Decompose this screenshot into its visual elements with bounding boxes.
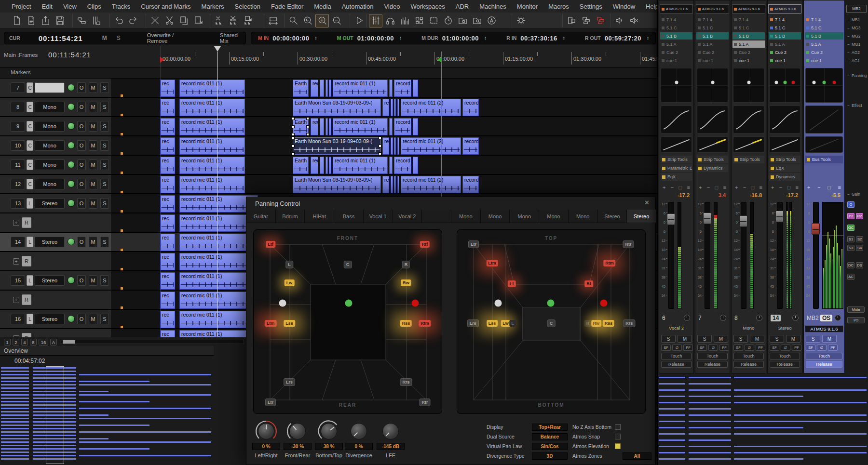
rail-item-mg2[interactable]: −MG2 bbox=[847, 34, 860, 39]
channel-solo-button[interactable]: S bbox=[697, 335, 712, 343]
audio-clip[interactable]: record mic 011 (2) bbox=[462, 99, 479, 116]
track-header[interactable]: 16LStereoOMS bbox=[0, 310, 111, 328]
footer-icon-0[interactable]: + bbox=[663, 185, 665, 190]
monitor-icon[interactable] bbox=[383, 14, 397, 27]
menu-item-edit[interactable]: Edit bbox=[37, 3, 57, 10]
speaker-ltm[interactable]: Ltm bbox=[486, 260, 498, 266]
footer-icon-0[interactable]: + bbox=[807, 185, 810, 190]
settings-gear-icon[interactable] bbox=[514, 14, 528, 27]
clip-selection-handle[interactable] bbox=[292, 117, 295, 120]
audio-clip[interactable] bbox=[397, 176, 399, 193]
bus-row-5-1-c[interactable]: 5.1 C bbox=[805, 24, 843, 31]
channel-number[interactable]: 8 bbox=[734, 315, 738, 321]
dialog-tab-guitar[interactable]: Guitar bbox=[246, 210, 276, 223]
pad-pan-dot[interactable] bbox=[823, 81, 826, 84]
audio-clip[interactable]: record mic 011 (2) bbox=[382, 137, 389, 155]
menu-item-cursor-and-marks[interactable]: Cursor and Marks bbox=[136, 3, 195, 10]
channel-solo-button[interactable]: S bbox=[806, 335, 820, 343]
plugin-slot-parametric-eq[interactable]: Parametric Eq bbox=[661, 164, 692, 172]
channel-pan-knob[interactable] bbox=[720, 315, 726, 321]
audio-clip[interactable] bbox=[326, 118, 328, 135]
range-field-value[interactable]: 00:00:00:00 bbox=[272, 35, 309, 42]
option-value-virtual-pan-law[interactable]: Sin/Cos bbox=[532, 443, 568, 450]
track-number[interactable]: 8 bbox=[11, 102, 25, 112]
fader-handle[interactable] bbox=[739, 215, 747, 227]
mini-button-2[interactable]: PF bbox=[683, 345, 693, 351]
mini-button-0[interactable]: SF bbox=[770, 345, 779, 351]
audio-clip[interactable] bbox=[320, 118, 324, 135]
channel-solo-button[interactable]: S bbox=[733, 335, 748, 343]
channel-pan-knob[interactable] bbox=[835, 315, 841, 321]
track-name[interactable]: Mono bbox=[35, 102, 65, 112]
fader-handle[interactable] bbox=[667, 213, 675, 225]
play-icon[interactable] bbox=[352, 14, 366, 27]
pad-pan-dot[interactable] bbox=[812, 81, 815, 84]
cut-icon[interactable] bbox=[163, 14, 176, 27]
bus-row-cue-1[interactable]: cue 1 bbox=[696, 57, 729, 64]
option-checkbox-no-z-axis-bottom[interactable] bbox=[615, 424, 621, 430]
gain-value[interactable]: -17.2 bbox=[786, 192, 798, 198]
footer-icon-1[interactable]: − bbox=[779, 185, 782, 190]
audio-clip[interactable]: rec bbox=[160, 137, 175, 155]
timeline-ruler[interactable]: Main :Frames00:11:54:2100:00:00:0000:15:… bbox=[0, 45, 657, 67]
mini-button-1[interactable]: ∅ bbox=[708, 345, 718, 351]
menu-item-tracks[interactable]: Tracks bbox=[107, 3, 136, 10]
media-search-icon[interactable] bbox=[470, 14, 484, 27]
track-number[interactable]: 14 bbox=[11, 237, 25, 247]
gain-curve-box[interactable] bbox=[805, 136, 843, 153]
knob-left-right[interactable] bbox=[258, 423, 274, 439]
audio-clip[interactable] bbox=[389, 118, 393, 135]
track-mute-button[interactable]: M bbox=[89, 102, 97, 112]
audio-clip[interactable]: record mic 011 (1) bbox=[179, 176, 245, 193]
speaker-l[interactable]: L bbox=[285, 261, 293, 268]
audio-clip[interactable]: record mic 011 (2) bbox=[382, 176, 389, 193]
mini-button-1[interactable]: ∅ bbox=[745, 345, 754, 351]
track-open-button[interactable]: O bbox=[77, 275, 86, 286]
track-name[interactable] bbox=[35, 82, 65, 93]
rail-chip-i-o[interactable]: I/O bbox=[847, 317, 865, 323]
ripple-paste-icon[interactable] bbox=[241, 14, 255, 27]
menu-item-clips[interactable]: Clips bbox=[82, 3, 106, 10]
footer-icon-0[interactable]: + bbox=[735, 185, 738, 190]
mini-button-0[interactable]: SF bbox=[661, 345, 671, 351]
automation-icon[interactable] bbox=[485, 14, 498, 27]
plugin-slot-strip-tools[interactable]: Strip Tools bbox=[697, 156, 728, 163]
rail-item-mg1[interactable]: −MG1 bbox=[847, 42, 860, 47]
rail-item-ag1[interactable]: −AG1 bbox=[847, 58, 860, 63]
media-folder-icon[interactable] bbox=[456, 14, 469, 27]
option-checkbox-atmos-elevation[interactable] bbox=[615, 443, 621, 449]
zoom-preset-button[interactable]: 1 bbox=[4, 339, 11, 345]
mark-in-flag[interactable] bbox=[160, 57, 164, 63]
open-doc-icon[interactable] bbox=[24, 14, 38, 27]
range-field-value[interactable]: 01:00:00:00 bbox=[357, 35, 394, 42]
track-header[interactable]: 13LStereoOMS bbox=[0, 194, 111, 213]
clip-selection-handle[interactable] bbox=[292, 133, 295, 136]
speaker-lw[interactable]: Lw bbox=[285, 279, 295, 286]
audio-clip[interactable]: record mic 011 (1) bbox=[179, 157, 245, 174]
bus-row-5-1-b[interactable]: 5.1 B bbox=[769, 32, 801, 40]
record-ready-dot[interactable] bbox=[68, 142, 75, 149]
channel-mute-button[interactable]: M bbox=[822, 335, 837, 343]
clip-selection-handle[interactable] bbox=[292, 145, 295, 147]
speaker-rss[interactable]: Rss bbox=[400, 320, 412, 327]
footer-icon-3[interactable]: ≡ bbox=[723, 185, 726, 190]
track-open-button[interactable]: O bbox=[77, 159, 86, 170]
touch-button[interactable]: Touch bbox=[806, 353, 842, 359]
mixer-view-icon[interactable] bbox=[369, 14, 382, 27]
speaker-rtr[interactable]: Rtr bbox=[623, 240, 634, 248]
menu-item-view[interactable]: View bbox=[58, 3, 81, 10]
zoom-slider-track[interactable] bbox=[61, 340, 244, 344]
track-name[interactable]: Mono bbox=[35, 140, 65, 151]
audio-clip[interactable]: rec bbox=[160, 292, 175, 309]
audio-clip[interactable] bbox=[391, 176, 393, 193]
menu-item-settings[interactable]: Settings bbox=[575, 3, 607, 10]
search-icon[interactable] bbox=[286, 14, 300, 27]
option-value-atmos-zones[interactable]: All bbox=[623, 452, 651, 460]
audio-clip[interactable] bbox=[320, 80, 324, 97]
bus-row-cue-1[interactable]: cue 1 bbox=[769, 57, 801, 64]
channel-mute-button[interactable]: M bbox=[714, 335, 728, 343]
dialog-tab-stereo[interactable]: Stereo bbox=[627, 210, 656, 223]
effect-curve-box[interactable] bbox=[805, 106, 843, 133]
mini-button-1[interactable]: ∅ bbox=[672, 345, 682, 351]
audio-clip[interactable]: record mic 011 (2) bbox=[401, 176, 461, 193]
